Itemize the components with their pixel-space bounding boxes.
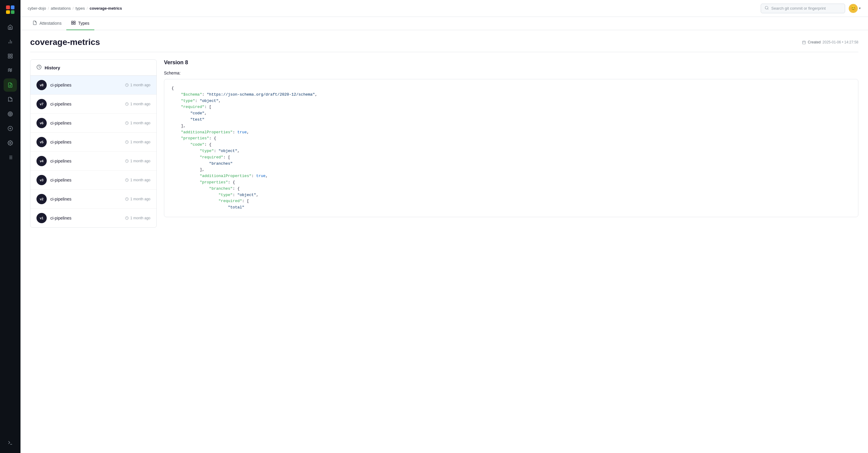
history-item[interactable]: v5 ci-pipelines 1 month ago: [30, 133, 156, 152]
history-item[interactable]: v4 ci-pipelines 1 month ago: [30, 152, 156, 171]
history-item-time: 1 month ago: [125, 216, 150, 220]
svg-point-23: [765, 6, 768, 9]
history-item[interactable]: v6 ci-pipelines 1 month ago: [30, 114, 156, 133]
history-item[interactable]: v3 ci-pipelines 1 month ago: [30, 171, 156, 190]
tab-attestations-label: Attestations: [39, 21, 61, 26]
breadcrumb-sep-2: /: [73, 6, 74, 10]
version-title: Version 8: [164, 59, 858, 66]
logo-green: [11, 10, 15, 14]
created-label: Created: [808, 40, 821, 44]
logo[interactable]: [4, 4, 16, 16]
schema-code: { "$schema": "https://json-schema.org/dr…: [172, 85, 851, 211]
tab-bar: Attestations Types: [21, 17, 868, 30]
svg-line-24: [768, 8, 769, 9]
attestations-tab-icon: [33, 21, 37, 26]
history-item-time: 1 month ago: [125, 83, 150, 87]
clock-icon: [125, 159, 129, 163]
created-info: Created 2025-01-06 • 14:27:58: [802, 40, 858, 44]
svg-rect-5: [8, 57, 10, 58]
clock-icon: [125, 178, 129, 182]
search-icon: [765, 6, 769, 11]
history-item-time: 1 month ago: [125, 121, 150, 125]
history-item[interactable]: v8 ci-pipelines 1 month ago: [30, 76, 156, 95]
svg-point-11: [10, 114, 11, 115]
svg-rect-29: [803, 41, 806, 44]
breadcrumb-sep-3: /: [87, 6, 88, 10]
svg-point-15: [10, 142, 11, 144]
breadcrumb-current: coverage-metrics: [90, 6, 122, 10]
sidebar-item-list[interactable]: [4, 151, 17, 164]
sidebar-item-receipt[interactable]: [4, 93, 17, 106]
history-time-text: 1 month ago: [130, 178, 150, 182]
clock-icon: [125, 102, 129, 106]
logo-blue: [11, 5, 15, 9]
history-item[interactable]: v2 ci-pipelines 1 month ago: [30, 190, 156, 209]
version-badge: v4: [36, 156, 47, 166]
clock-icon: [125, 83, 129, 87]
history-item-name: ci-pipelines: [50, 178, 125, 182]
page-title: coverage-metrics: [30, 37, 100, 47]
sidebar-item-add[interactable]: [4, 122, 17, 135]
svg-rect-25: [71, 21, 73, 23]
history-item-name: ci-pipelines: [50, 197, 125, 201]
avatar: 😊: [849, 4, 858, 13]
svg-rect-27: [71, 23, 73, 24]
types-tab-icon: [71, 21, 76, 26]
history-item[interactable]: v1 ci-pipelines 1 month ago: [30, 209, 156, 227]
svg-rect-26: [74, 21, 75, 23]
history-time-text: 1 month ago: [130, 159, 150, 163]
sidebar-item-target[interactable]: [4, 107, 17, 121]
svg-rect-3: [8, 54, 10, 56]
history-item-time: 1 month ago: [125, 159, 150, 163]
content-area: coverage-metrics Created 2025-01-06 • 14…: [21, 30, 868, 453]
tab-types-label: Types: [78, 21, 89, 26]
history-item-name: ci-pipelines: [50, 121, 125, 125]
version-badge: v7: [36, 99, 47, 109]
history-item-name: ci-pipelines: [50, 140, 125, 144]
sidebar-item-settings[interactable]: [4, 136, 17, 149]
history-time-text: 1 month ago: [130, 102, 150, 106]
two-col-layout: History v8 ci-pipelines 1 month ago v7 c…: [30, 59, 858, 228]
version-badge: v1: [36, 213, 47, 223]
avatar-container[interactable]: 😊 ▾: [849, 4, 861, 13]
tab-types[interactable]: Types: [66, 17, 94, 30]
divider: [30, 52, 858, 52]
clock-icon: [125, 140, 129, 144]
history-item-name: ci-pipelines: [50, 102, 125, 107]
created-date: 2025-01-06 • 14:27:58: [823, 40, 858, 44]
svg-rect-6: [11, 57, 12, 58]
clock-icon: [125, 216, 129, 220]
history-item-time: 1 month ago: [125, 102, 150, 106]
sidebar-item-terminal[interactable]: [4, 436, 17, 449]
page-title-row: coverage-metrics Created 2025-01-06 • 14…: [30, 37, 858, 47]
logo-yellow: [6, 10, 10, 14]
sidebar-item-waves[interactable]: [4, 64, 17, 77]
version-badge: v5: [36, 137, 47, 147]
version-badge: v8: [36, 80, 47, 90]
sidebar-item-document[interactable]: [4, 78, 17, 92]
schema-label: Schema:: [164, 70, 858, 76]
main-container: cyber-dojo / attestations / types / cove…: [21, 0, 868, 453]
logo-red: [6, 5, 10, 9]
history-header: History: [30, 60, 156, 76]
sidebar-item-home[interactable]: [4, 21, 17, 34]
history-item-time: 1 month ago: [125, 197, 150, 201]
history-item-time: 1 month ago: [125, 178, 150, 182]
header-right: Search git commit or fingerprint 😊 ▾: [761, 4, 861, 13]
search-placeholder: Search git commit or fingerprint: [771, 6, 826, 10]
breadcrumb-part-3[interactable]: types: [75, 6, 85, 10]
search-box[interactable]: Search git commit or fingerprint: [761, 4, 845, 13]
breadcrumb-part-2[interactable]: attestations: [51, 6, 71, 10]
history-item-time: 1 month ago: [125, 140, 150, 144]
sidebar-item-grid[interactable]: [4, 50, 17, 63]
sidebar: [0, 0, 21, 453]
code-block[interactable]: { "$schema": "https://json-schema.org/dr…: [164, 79, 858, 217]
breadcrumb-part-1[interactable]: cyber-dojo: [28, 6, 46, 10]
history-item-name: ci-pipelines: [50, 216, 125, 221]
history-item-name: ci-pipelines: [50, 83, 125, 87]
chevron-down-icon: ▾: [859, 6, 861, 10]
tab-attestations[interactable]: Attestations: [28, 17, 66, 30]
sidebar-item-chart[interactable]: [4, 35, 17, 48]
history-item-name: ci-pipelines: [50, 159, 125, 164]
history-item[interactable]: v7 ci-pipelines 1 month ago: [30, 95, 156, 114]
